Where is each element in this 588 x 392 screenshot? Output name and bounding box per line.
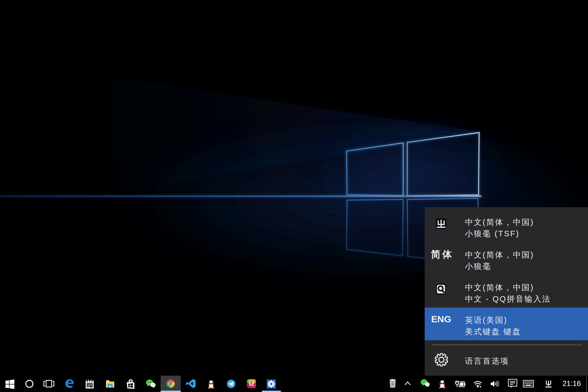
- svg-text:S: S: [250, 381, 253, 386]
